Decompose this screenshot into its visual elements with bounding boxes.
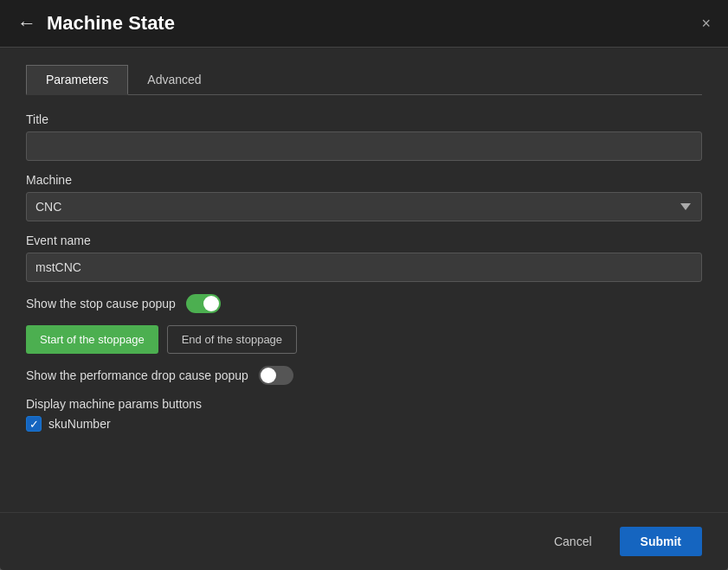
- sku-checkbox[interactable]: ✓: [26, 416, 42, 432]
- event-name-input[interactable]: [26, 253, 702, 282]
- stop-cause-toggle[interactable]: [186, 294, 221, 313]
- title-input[interactable]: [26, 131, 702, 161]
- start-stoppage-button[interactable]: Start of the stoppage: [26, 325, 158, 354]
- dialog-header: ← Machine State ×: [0, 0, 728, 48]
- checkbox-row: ✓ skuNumber: [26, 416, 702, 432]
- submit-button[interactable]: Submit: [620, 527, 702, 556]
- check-icon: ✓: [29, 419, 39, 430]
- event-name-group: Event name: [26, 234, 702, 282]
- header-left: ← Machine State: [17, 12, 175, 35]
- stoppage-buttons-row: Start of the stoppage End of the stoppag…: [26, 325, 702, 354]
- perf-drop-label: Show the performance drop cause popup: [26, 368, 248, 382]
- perf-drop-toggle[interactable]: [259, 366, 293, 385]
- perf-drop-row: Show the performance drop cause popup: [26, 366, 702, 385]
- title-group: Title: [26, 112, 702, 161]
- machine-select[interactable]: CNC: [26, 192, 702, 221]
- title-label: Title: [26, 112, 702, 126]
- end-stoppage-button[interactable]: End of the stoppage: [167, 325, 297, 354]
- dialog-body: Parameters Advanced Title Machine CNC Ev…: [0, 48, 728, 512]
- display-params-group: Display machine params buttons ✓ skuNumb…: [26, 397, 702, 432]
- dialog-footer: Cancel Submit: [0, 512, 728, 570]
- perf-drop-slider[interactable]: [259, 366, 293, 385]
- tab-advanced[interactable]: Advanced: [128, 65, 220, 95]
- checkbox-label: skuNumber: [48, 417, 111, 431]
- tab-parameters[interactable]: Parameters: [26, 65, 128, 95]
- event-name-label: Event name: [26, 234, 702, 247]
- machine-group: Machine CNC: [26, 173, 702, 221]
- cancel-button[interactable]: Cancel: [537, 527, 609, 556]
- machine-label: Machine: [26, 173, 702, 187]
- stop-cause-label: Show the stop cause popup: [26, 297, 176, 311]
- tabs-container: Parameters Advanced: [26, 65, 702, 95]
- back-button[interactable]: ←: [17, 14, 36, 33]
- close-button[interactable]: ×: [701, 16, 711, 31]
- dialog-title: Machine State: [47, 12, 175, 35]
- display-params-label: Display machine params buttons: [26, 397, 702, 411]
- stop-cause-slider[interactable]: [186, 294, 221, 313]
- stop-cause-row: Show the stop cause popup: [26, 294, 702, 313]
- dialog-machine-state: ← Machine State × Parameters Advanced Ti…: [0, 0, 728, 570]
